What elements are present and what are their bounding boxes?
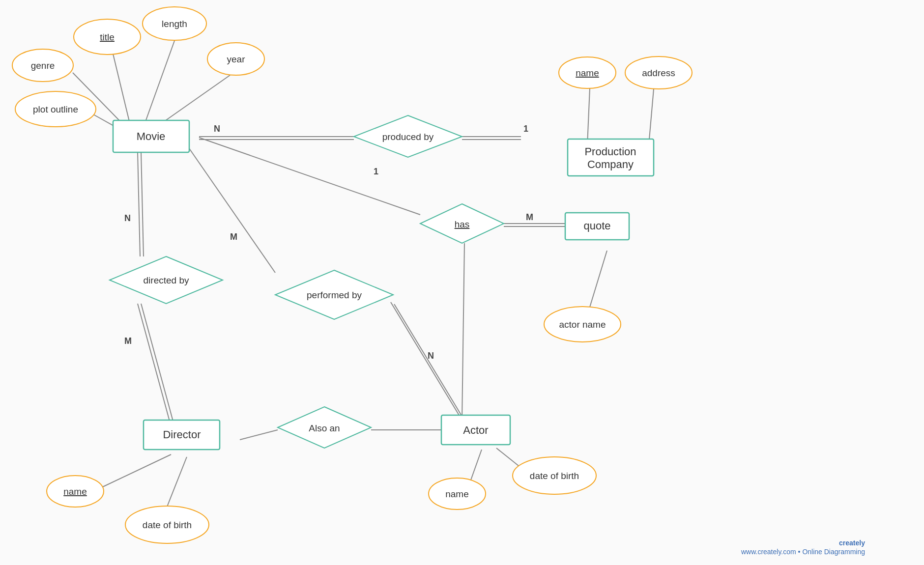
entity-actor-label: Actor [463,424,488,436]
attr-director-name-label: name [63,486,87,497]
svg-line-13 [138,304,171,426]
svg-line-15 [187,145,275,273]
card-movie-has-1: 1 [374,167,378,176]
rel-also-an-label: Also an [309,423,340,433]
card-actor-performed-n: N [428,351,434,361]
rel-has-label: has [455,219,470,229]
attr-actor-name2-label: name [445,489,469,499]
card-movie-performed-m: M [230,232,237,242]
entity-movie-label: Movie [137,130,166,142]
svg-line-1 [145,41,174,123]
entity-quote-label: quote [583,220,610,232]
footer-brand: creately [839,539,865,547]
attr-director-dob-label: date of birth [143,520,192,530]
svg-line-0 [113,54,130,125]
card-movie-produced: N [214,124,220,134]
entity-pc-label2: Company [587,158,634,170]
rel-directed-by-label: directed by [144,275,189,285]
entity-pc-label1: Production [584,145,636,158]
svg-line-16 [391,302,462,420]
entity-director-label: Director [163,428,201,441]
attr-genre-label: genre [31,60,55,71]
rel-produced-by-label: produced by [382,132,434,142]
svg-line-26 [167,457,187,507]
attr-pc-name-label: name [576,68,599,78]
svg-line-23 [240,430,278,440]
footer-url: www.creately.com • Online Diagramming [741,548,865,556]
attr-year-label: year [227,54,246,64]
svg-line-3 [162,75,230,123]
attr-title-label: title [100,32,115,42]
svg-line-17 [394,304,465,422]
svg-line-22 [462,243,464,420]
rel-performed-by-label: performed by [307,290,362,300]
card-movie-directed-n: N [124,213,131,223]
svg-line-14 [141,304,174,426]
attr-actor-dob-label: date of birth [530,471,579,481]
svg-line-9 [587,88,590,145]
card-director-directed-m: M [124,336,132,346]
card-pc-produced: 1 [523,124,528,134]
svg-line-10 [649,89,654,145]
svg-line-25 [93,454,171,491]
attr-plot-outline-label: plot outline [33,104,78,114]
attr-length-label: length [162,19,187,29]
attr-pc-address-label: address [642,68,675,78]
svg-line-11 [138,152,140,256]
svg-line-12 [141,152,144,256]
card-has-quote-m: M [526,212,533,222]
svg-line-21 [590,251,607,307]
attr-actor-name-label: actor name [559,319,606,330]
